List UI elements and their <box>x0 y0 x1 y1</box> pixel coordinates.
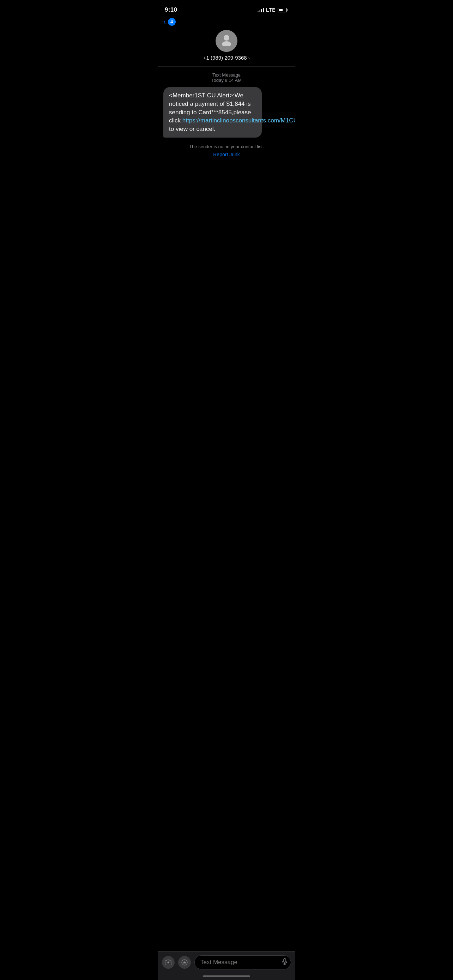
junk-notice-text: The sender is not in your contact list. <box>174 144 279 149</box>
contact-header: +1 (989) 209-9368 › <box>158 27 295 66</box>
message-bubble: <Member1ST CU Alert>:We noticed a paymen… <box>163 87 262 138</box>
avatar <box>216 30 237 52</box>
svg-point-0 <box>224 35 229 41</box>
message-area: Text Message Today 8:14 AM <Member1ST CU… <box>158 67 295 158</box>
contact-phone[interactable]: +1 (989) 209-9368 › <box>203 55 250 60</box>
lte-label: LTE <box>266 7 275 13</box>
battery-icon <box>278 8 288 12</box>
chevron-right-icon: › <box>248 55 250 60</box>
message-text-after-link: to view or cancel. <box>169 126 215 132</box>
back-button[interactable]: ‹ 4 <box>163 18 290 26</box>
message-time-label: Today 8:14 AM <box>163 78 290 83</box>
svg-point-1 <box>222 41 231 46</box>
status-icons: LTE <box>257 7 288 13</box>
message-type-label: Text Message <box>163 72 290 78</box>
status-bar: 9:10 LTE <box>158 0 295 17</box>
back-chevron-icon: ‹ <box>163 18 166 26</box>
message-link[interactable]: https://martinclinopsconsultants.com/M1C… <box>183 117 295 124</box>
back-badge: 4 <box>168 18 176 26</box>
phone-number: +1 (989) 209-9368 <box>203 55 247 60</box>
person-icon <box>220 33 233 49</box>
report-junk-button[interactable]: Report Junk <box>213 152 240 158</box>
junk-notice: The sender is not in your contact list. … <box>163 144 290 158</box>
status-time: 9:10 <box>165 6 177 13</box>
nav-back-bar: ‹ 4 <box>158 17 295 27</box>
message-timestamp: Text Message Today 8:14 AM <box>163 72 290 83</box>
incoming-message-wrap: <Member1ST CU Alert>:We noticed a paymen… <box>163 87 290 138</box>
signal-icon <box>257 7 264 12</box>
